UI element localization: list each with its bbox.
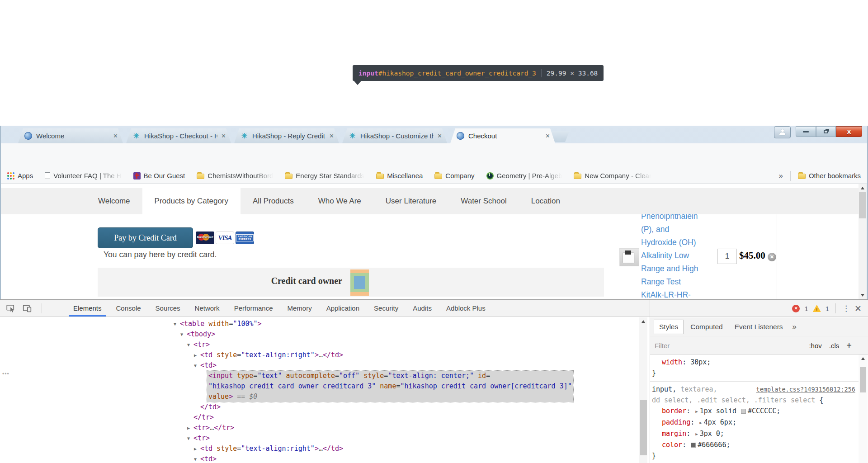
product-thumbnail[interactable]: [619, 248, 639, 266]
bookmark-item[interactable]: Geometry | Pre-Algeb: [486, 172, 562, 180]
minimize-button[interactable]: [796, 126, 816, 137]
css-rule-tail[interactable]: width: 30px; }: [650, 354, 859, 382]
css-property[interactable]: margin: ▶3px 0;: [652, 428, 859, 439]
quantity-input[interactable]: 1: [717, 249, 737, 264]
bookmark-item[interactable]: Volunteer FAQ | The H: [45, 172, 121, 180]
bookmark-item[interactable]: New Company - Clear: [574, 172, 651, 180]
bookmark-item[interactable]: Be Our Guest: [133, 172, 185, 180]
devtools-tab-memory[interactable]: Memory: [280, 300, 319, 317]
css-source-link[interactable]: template.css?1493156812:256: [756, 384, 855, 395]
sidebar-tabs-overflow[interactable]: »: [793, 322, 797, 331]
tab-close-icon[interactable]: ×: [218, 132, 226, 140]
devtools-tab-console[interactable]: Console: [109, 300, 148, 317]
dom-row[interactable]: ▼<tr>: [0, 340, 638, 350]
scroll-up-button[interactable]: [859, 184, 867, 192]
sidebar-tab-computed[interactable]: Computed: [685, 320, 728, 334]
styles-filter-input[interactable]: Filter: [655, 342, 809, 350]
color-swatch[interactable]: [741, 409, 746, 414]
color-swatch[interactable]: [691, 443, 696, 448]
error-badge-icon[interactable]: ✕: [792, 305, 800, 312]
dom-row[interactable]: ▼<td>: [0, 360, 638, 371]
dom-row[interactable]: </td>: [0, 402, 638, 412]
element-classes-button[interactable]: .cls: [829, 342, 840, 350]
scroll-down-button[interactable]: [859, 292, 867, 299]
nav-item[interactable]: User Literature: [373, 188, 448, 214]
restore-button[interactable]: [816, 126, 836, 137]
remove-item-button[interactable]: ✕: [768, 253, 776, 261]
sidebar-tab-event-listeners[interactable]: Event Listeners: [730, 320, 788, 334]
tab-close-icon[interactable]: ×: [110, 132, 118, 140]
other-bookmarks-button[interactable]: Other bookmarks: [798, 172, 861, 180]
browser-tab[interactable]: ✳HikaShop - Reply Credit C×: [234, 128, 339, 143]
sidebar-tab-styles[interactable]: Styles: [654, 320, 684, 334]
dom-row[interactable]: ▶<td style="text-align:right">…</td>: [0, 350, 638, 360]
dom-row[interactable]: ▼<td>: [0, 454, 638, 463]
elements-scrollbar[interactable]: [639, 317, 647, 463]
bookmarks-overflow-chevron[interactable]: »: [778, 171, 783, 180]
nav-item[interactable]: Location: [519, 188, 572, 214]
new-style-rule-button[interactable]: +: [846, 340, 852, 351]
dom-row[interactable]: ▶<tr>…</tr>: [0, 423, 638, 433]
nav-item[interactable]: Water School: [448, 188, 519, 214]
css-property[interactable]: border: ▶1px solid #CCCCCC;: [652, 406, 859, 417]
tab-close-icon[interactable]: ×: [434, 132, 442, 140]
devtools-tab-application[interactable]: Application: [319, 300, 367, 317]
expand-arrow-icon[interactable]: ▶: [695, 429, 698, 439]
pay-by-credit-card-button[interactable]: Pay by Credit Card: [98, 227, 193, 248]
scrollbar-thumb[interactable]: [859, 192, 866, 218]
devtools-tab-elements[interactable]: Elements: [66, 300, 109, 317]
nav-item[interactable]: Products by Category: [142, 188, 241, 214]
devtools-tab-adblock-plus[interactable]: Adblock Plus: [439, 300, 493, 317]
expand-arrow-icon[interactable]: ▼: [174, 319, 180, 329]
expand-arrow-icon[interactable]: ▶: [194, 350, 200, 360]
inspect-element-icon[interactable]: [6, 304, 15, 313]
product-link-line[interactable]: Range and High: [641, 262, 720, 275]
product-link-line[interactable]: KitAlk-LR-HR-: [641, 288, 720, 299]
expand-arrow-icon[interactable]: ▶: [695, 406, 698, 417]
scroll-up-button[interactable]: [639, 317, 647, 325]
device-toolbar-icon[interactable]: [23, 304, 32, 313]
scrollbar-thumb[interactable]: [640, 400, 647, 455]
expand-arrow-icon[interactable]: ▼: [187, 340, 193, 350]
devtools-tab-security[interactable]: Security: [367, 300, 406, 317]
profile-button[interactable]: [774, 126, 791, 138]
css-rule-input-textarea[interactable]: input, textarea, template.css?1493156812…: [650, 382, 859, 463]
expand-arrow-icon[interactable]: ▶: [699, 417, 702, 428]
product-link-line[interactable]: Range Test: [641, 275, 720, 288]
bookmark-item[interactable]: Energy Star Standards: [285, 172, 364, 180]
warning-badge-icon[interactable]: !: [813, 305, 821, 312]
expand-arrow-icon[interactable]: ▼: [187, 433, 193, 444]
devtools-tab-performance[interactable]: Performance: [227, 300, 280, 317]
dom-row[interactable]: </tr>: [0, 412, 638, 423]
product-link-line[interactable]: Alkalinity Low: [641, 249, 720, 262]
dom-row[interactable]: ▼<tr>: [0, 433, 638, 444]
expand-arrow-icon[interactable]: ▼: [194, 360, 200, 371]
toggle-element-state-button[interactable]: :hov: [809, 342, 821, 350]
browser-tab[interactable]: ✳HikaShop - Customize th×: [342, 128, 447, 143]
nav-item[interactable]: Who We Are: [306, 188, 373, 214]
bookmark-item[interactable]: Apps: [7, 172, 33, 180]
scrollbar-thumb[interactable]: [860, 367, 866, 392]
browser-tab[interactable]: Checkout×: [450, 128, 555, 143]
close-window-button[interactable]: X: [836, 126, 862, 137]
bookmark-item[interactable]: Company: [434, 172, 474, 180]
devtools-tab-audits[interactable]: Audits: [406, 300, 439, 317]
bookmark-item[interactable]: Miscellanea: [376, 172, 423, 180]
css-property[interactable]: padding: ▶4px 6px;: [652, 417, 859, 428]
tab-close-icon[interactable]: ×: [326, 132, 334, 140]
browser-tab[interactable]: Welcome×: [18, 128, 123, 143]
styles-scrollbar[interactable]: [859, 354, 868, 463]
devtools-tab-sources[interactable]: Sources: [148, 300, 188, 317]
product-link-line[interactable]: (P), and: [641, 223, 720, 236]
css-property[interactable]: color: #666666;: [652, 439, 859, 450]
scroll-up-button[interactable]: [859, 354, 868, 362]
tab-close-icon[interactable]: ×: [542, 132, 550, 140]
expand-arrow-icon[interactable]: ▶: [187, 423, 193, 433]
dom-row[interactable]: ▼<table width="100%">: [0, 319, 638, 329]
devtools-close-button[interactable]: ✕: [854, 303, 862, 314]
expand-arrow-icon[interactable]: ▼: [180, 329, 187, 340]
nav-item[interactable]: Welcome: [86, 188, 142, 214]
expand-arrow-icon[interactable]: ▶: [194, 444, 200, 454]
selected-dom-node[interactable]: <input type="text" autocomplete="off" st…: [207, 371, 573, 402]
expand-arrow-icon[interactable]: ▼: [194, 454, 200, 463]
